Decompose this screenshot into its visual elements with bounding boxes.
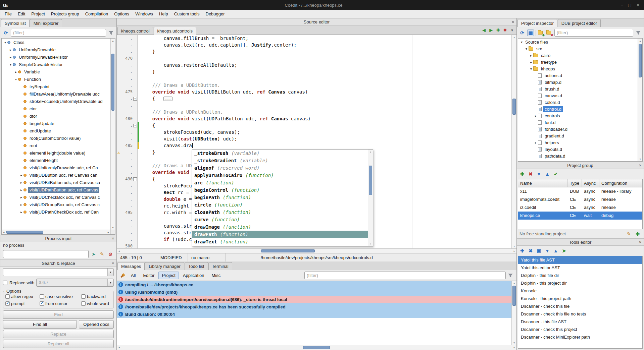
- message-row[interactable]: iusing /usr/bin/dmd (dmd): [117, 288, 511, 296]
- completion-item[interactable]: circle(function): [192, 201, 368, 209]
- fold-marker[interactable]: -: [133, 124, 137, 127]
- tree-item[interactable]: ▸controls: [518, 112, 638, 119]
- process-input-field[interactable]: [3, 250, 89, 258]
- replace-with-checkbox[interactable]: [3, 281, 7, 285]
- tree-item[interactable]: ▾SimpleDrawableVisitor: [2, 61, 110, 68]
- tool-item[interactable]: Dolphin - this file dir: [518, 272, 642, 279]
- code-line[interactable]: 470: [117, 55, 511, 62]
- tool-item[interactable]: Dscanner - check this file: [518, 302, 642, 310]
- tree-item[interactable]: fillDrawArea(UniformlyDrawable udc: [2, 90, 110, 98]
- close-doc-icon[interactable]: ✖: [502, 27, 508, 33]
- option-allow-regex[interactable]: allow regex: [5, 294, 39, 299]
- tree-item[interactable]: ▸UniformlyDrawableVisitor: [2, 53, 110, 61]
- fold-marker[interactable]: -: [133, 177, 137, 181]
- folded-region[interactable]: ...: [163, 97, 172, 101]
- close-editor-panel-icon[interactable]: ✕: [512, 20, 514, 24]
- close-search-icon[interactable]: ✕: [112, 261, 114, 265]
- scroll-left-icon[interactable]: ◂: [117, 345, 121, 350]
- completion-item[interactable]: drawText(function): [192, 238, 368, 245]
- code-line[interactable]: .+ { ...: [117, 95, 511, 102]
- filter-toggle-misc[interactable]: Misc: [208, 272, 224, 279]
- tree-item[interactable]: ▸visit(UDButton udc, ref Canvas can: [2, 171, 110, 179]
- remove-tool-icon[interactable]: ✖: [527, 247, 534, 254]
- project-row[interactable]: kheops.ceCEwaitdebug: [518, 212, 642, 220]
- expander-right-icon[interactable]: ▸: [529, 54, 533, 57]
- expander-right-icon[interactable]: ▸: [534, 141, 538, 144]
- filter-funnel-icon[interactable]: [635, 30, 642, 36]
- tree-item[interactable]: control.d: [518, 106, 638, 112]
- scroll-down-icon[interactable]: ▾: [512, 341, 516, 345]
- editor-tab-kheops-control[interactable]: kheops.control: [117, 27, 153, 35]
- scroll-down-icon[interactable]: ▾: [111, 225, 115, 230]
- tree-item[interactable]: endUpdate: [2, 127, 110, 134]
- code-line[interactable]: . canvas.fillBrush = _brushFont;: [117, 35, 511, 42]
- code-line[interactable]: . visit(cast(UDButton) udc);: [117, 135, 511, 142]
- menu-compilation[interactable]: Compilation: [82, 10, 111, 18]
- edit-input-icon[interactable]: ✎: [99, 251, 105, 257]
- expander-right-icon[interactable]: ▸: [19, 173, 23, 177]
- option-from-cursor[interactable]: from cursor: [40, 301, 81, 306]
- tree-item[interactable]: brush.d: [518, 85, 638, 92]
- add-tool-icon[interactable]: ✚: [519, 247, 526, 254]
- tree-item[interactable]: ▾Class: [2, 39, 110, 46]
- tab-symbol-list[interactable]: Symbol list: [1, 19, 30, 27]
- previous-doc-icon[interactable]: ◀: [481, 27, 487, 33]
- minimize-button[interactable]: –: [621, 3, 623, 7]
- expander-down-icon[interactable]: ▾: [8, 63, 13, 66]
- maximize-button[interactable]: ▢: [628, 3, 632, 7]
- option-case-sensitive[interactable]: case sensitive: [40, 294, 81, 299]
- tree-item[interactable]: actions.d: [518, 72, 638, 79]
- expander-down-icon[interactable]: ▾: [14, 77, 18, 81]
- tree-item[interactable]: strokeFocused(UniformlyDrawable ud: [2, 98, 110, 105]
- tree-item[interactable]: fontloader.d: [518, 126, 638, 132]
- tree-item[interactable]: ▸cairo: [518, 52, 638, 59]
- column-header-configuration[interactable]: Configuration: [599, 179, 642, 187]
- menu-file[interactable]: File: [2, 10, 15, 18]
- tab-library-manager[interactable]: Library manager: [145, 262, 184, 270]
- menu-debugger[interactable]: Debugger: [203, 10, 228, 18]
- tab-terminal[interactable]: Terminal: [208, 262, 232, 270]
- tree-item[interactable]: gradient.d: [518, 132, 638, 139]
- tree-item[interactable]: ▾kheops: [518, 65, 638, 72]
- new-doc-icon[interactable]: ✚: [495, 27, 501, 33]
- completion-item[interactable]: applyBrushToCairo(function): [192, 172, 368, 179]
- code-line[interactable]: .: [117, 75, 511, 82]
- scroll-up-icon[interactable]: ▴: [512, 281, 516, 285]
- completion-item[interactable]: beginPath(function): [192, 194, 368, 201]
- filter-toggle-editor[interactable]: Editor: [140, 272, 158, 279]
- expander-right-icon[interactable]: ▸: [14, 70, 18, 74]
- completion-item[interactable]: arc(function): [192, 179, 368, 186]
- code-line[interactable]: . canvas.text(rc, udc.caption[], Justify…: [117, 42, 511, 48]
- code-line[interactable]: . }: [117, 68, 511, 75]
- scroll-down-icon[interactable]: ▾: [638, 157, 642, 161]
- scrollbar-thumb[interactable]: [639, 44, 642, 77]
- scroll-down-icon[interactable]: ▾: [368, 242, 373, 246]
- scroll-up-icon[interactable]: ▴: [512, 35, 516, 39]
- tool-item[interactable]: Yatol this file AST: [518, 256, 642, 264]
- tree-item[interactable]: ctor: [2, 105, 110, 112]
- code-line[interactable]: . canvas.restoreAllDefaults;: [117, 62, 511, 68]
- tree-item[interactable]: ▸helpers: [518, 139, 638, 146]
- messages-hscrollbar[interactable]: ◂ ▸: [117, 345, 516, 350]
- code-line[interactable]: . /// Draws a UDBitButton.: [117, 82, 511, 89]
- replace-all-button[interactable]: Replace all: [3, 340, 114, 348]
- option-whole-word[interactable]: whole word: [81, 301, 111, 306]
- view-as-tree-icon[interactable]: ▦: [527, 30, 534, 36]
- code-editor[interactable]: . canvas.fillBrush = _brushFont;. canvas…: [117, 35, 516, 248]
- tool-item[interactable]: Dscanner - this file AST: [518, 318, 642, 326]
- tool-item[interactable]: Dscanner - check MiniExplorer path: [518, 333, 642, 341]
- find-button[interactable]: Find: [3, 310, 114, 319]
- checkbox[interactable]: [81, 294, 86, 299]
- filter-funnel-icon[interactable]: [108, 30, 114, 36]
- menu-projects-group[interactable]: Projects group: [48, 10, 82, 18]
- clear-messages-icon[interactable]: [119, 272, 126, 279]
- tool-item[interactable]: Dolphin - this project dir: [518, 279, 642, 287]
- expander-right-icon[interactable]: ▸: [19, 188, 23, 192]
- opened-docs-button[interactable]: Opened docs: [79, 320, 114, 329]
- move-project-down-icon[interactable]: ▼: [536, 171, 542, 177]
- code-line[interactable]: 485 canvas.dra: [117, 142, 511, 149]
- scroll-up-icon[interactable]: ▴: [638, 39, 642, 43]
- replace-with-combo[interactable]: 3.6.7 ▾: [36, 279, 114, 287]
- chevron-down-icon[interactable]: ▾: [107, 279, 113, 286]
- completion-item[interactable]: curve(function): [192, 216, 368, 223]
